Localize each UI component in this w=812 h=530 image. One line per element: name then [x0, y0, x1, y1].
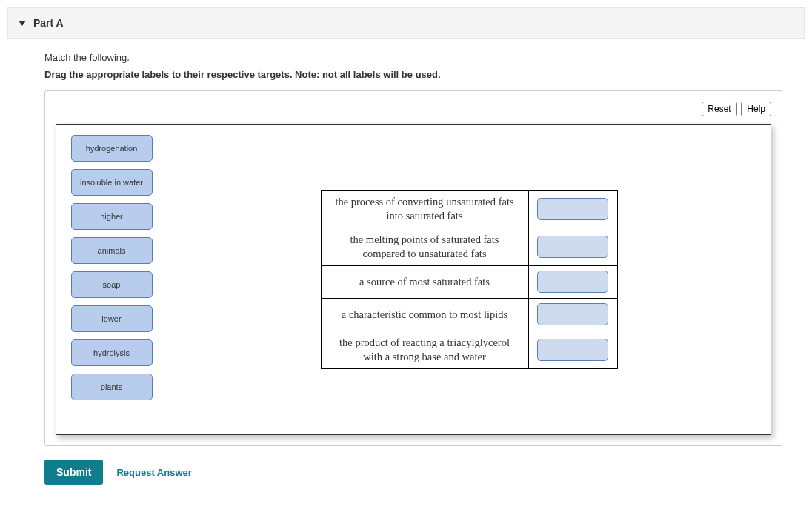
work-area: Reset Help hydrogenation insoluble in wa… [44, 90, 782, 446]
label-lower[interactable]: lower [71, 305, 153, 332]
collapse-triangle-icon [19, 21, 26, 26]
match-table: the process of converting unsaturated fa… [321, 190, 618, 368]
label-hydrolysis[interactable]: hydrolysis [71, 339, 153, 366]
table-row: the process of converting unsaturated fa… [321, 191, 617, 228]
target-prompt: a characteristic common to most lipids [321, 298, 528, 331]
label-soap[interactable]: soap [71, 271, 153, 298]
part-title: Part A [33, 17, 64, 29]
submit-button[interactable]: Submit [44, 460, 103, 485]
table-row: a source of most saturated fats [321, 265, 617, 298]
labels-column: hydrogenation insoluble in water higher … [56, 125, 167, 434]
table-row: the melting points of saturated fats com… [321, 228, 617, 266]
label-hydrogenation[interactable]: hydrogenation [71, 135, 153, 162]
label-insoluble-in-water[interactable]: insoluble in water [71, 169, 153, 196]
part-header[interactable]: Part A [7, 7, 805, 39]
label-animals[interactable]: animals [71, 237, 153, 264]
table-row: the product of reacting a triacylglycero… [321, 331, 617, 368]
label-plants[interactable]: plants [71, 374, 153, 400]
targets-column: the process of converting unsaturated fa… [167, 125, 771, 434]
drop-slot[interactable] [537, 339, 608, 361]
reset-button[interactable]: Reset [702, 102, 736, 116]
target-prompt: the process of converting unsaturated fa… [321, 191, 528, 228]
instructions-block: Match the following. Drag the appropriat… [7, 39, 805, 85]
drag-frame: hydrogenation insoluble in water higher … [56, 124, 771, 435]
label-higher[interactable]: higher [71, 203, 153, 230]
target-prompt: a source of most saturated fats [321, 265, 528, 298]
drop-slot[interactable] [537, 236, 608, 258]
target-prompt: the product of reacting a triacylglycero… [321, 331, 528, 368]
help-button[interactable]: Help [741, 102, 771, 116]
instruction-line-1: Match the following. [44, 52, 782, 63]
target-prompt: the melting points of saturated fats com… [321, 228, 528, 266]
request-answer-link[interactable]: Request Answer [116, 467, 191, 478]
drop-slot[interactable] [537, 271, 608, 293]
drop-slot[interactable] [537, 303, 608, 325]
drop-slot[interactable] [537, 198, 608, 220]
instruction-line-2: Drag the appropriate labels to their res… [44, 69, 782, 80]
table-row: a characteristic common to most lipids [321, 298, 617, 331]
